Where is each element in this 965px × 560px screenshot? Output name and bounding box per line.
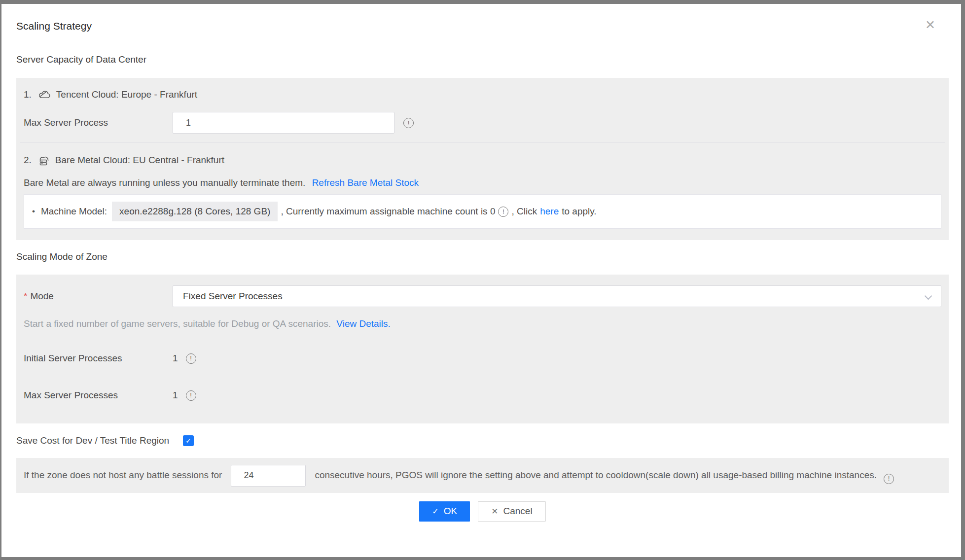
ok-button-label: OK <box>444 506 457 517</box>
mode-label: *Mode <box>24 291 173 302</box>
check-icon: ✓ <box>432 507 438 516</box>
dialog-footer: ✓ OK ✕ Cancel <box>16 501 949 522</box>
max-server-process-row: Max Server Process ! <box>24 112 941 134</box>
apply-here-link[interactable]: here <box>540 206 559 217</box>
save-cost-row: Save Cost for Dev / Test Title Region ✓ <box>16 434 949 448</box>
page-backdrop: { "colors": { "accent": "#1777fa", "back… <box>0 0 965 560</box>
max-processes-info-icon[interactable]: ! <box>186 390 196 401</box>
mode-selected-value: Fixed Server Processes <box>183 291 283 302</box>
bare-metal-cloud-icon <box>37 155 49 166</box>
cancel-button-label: Cancel <box>503 506 532 517</box>
machine-model-tag: xeon.e2288g.128 (8 Cores, 128 GB) <box>112 202 278 221</box>
bare-metal-header: 2. Bare Metal Cloud: EU Central - Frankf… <box>24 153 941 167</box>
max-process-info-icon[interactable]: ! <box>403 118 414 128</box>
x-icon: ✕ <box>491 506 498 517</box>
refresh-bare-metal-stock-link[interactable]: Refresh Bare Metal Stock <box>312 177 419 188</box>
max-server-processes-label: Max Server Processes <box>24 388 173 402</box>
mode-row: *Mode Fixed Server Processes <box>24 285 941 307</box>
machine-count-text: , Currently maximum assignable machine c… <box>281 206 495 217</box>
initial-processes-info-icon[interactable]: ! <box>186 353 196 364</box>
cooldown-text: If the zone does not host any battle ses… <box>24 464 941 487</box>
dialog-title: Scaling Strategy <box>16 20 949 33</box>
machine-model-box: • Machine Model: xeon.e2288g.128 (8 Core… <box>24 194 941 229</box>
mode-description-text: Start a fixed number of game servers, su… <box>24 318 331 329</box>
machine-model-label: Machine Model: <box>41 206 107 217</box>
cooldown-info-icon[interactable]: ! <box>884 474 894 484</box>
cooldown-suffix-text: consecutive hours, PGOS will ignore the … <box>315 470 877 480</box>
bare-metal-note-text: Bare Metal are always running unless you… <box>24 177 305 188</box>
cooldown-prefix-text: If the zone does not host any battle ses… <box>24 470 222 480</box>
initial-server-processes-row: Initial Server Processes 1 ! <box>24 351 941 365</box>
scaling-strategy-dialog: ✕ Scaling Strategy Server Capacity of Da… <box>1 4 961 557</box>
capacity-panel: 1. Tencent Cloud: Europe - Frankfurt Max… <box>16 78 949 240</box>
tencent-cloud-title: Tencent Cloud: Europe - Frankfurt <box>56 88 197 102</box>
max-server-processes-row: Max Server Processes 1 ! <box>24 388 941 402</box>
mode-label-text: Mode <box>30 291 54 301</box>
initial-server-processes-value: 1 <box>173 351 178 365</box>
tencent-cloud-index: 1. <box>24 88 32 102</box>
cooldown-panel: If the zone does not host any battle ses… <box>16 458 949 493</box>
ok-button[interactable]: ✓ OK <box>419 501 470 522</box>
required-asterisk: * <box>24 291 27 301</box>
initial-server-processes-label: Initial Server Processes <box>24 351 173 365</box>
scaling-mode-section-heading: Scaling Mode of Zone <box>16 250 949 263</box>
view-details-link[interactable]: View Details. <box>336 318 390 329</box>
bare-metal-index: 2. <box>24 153 32 167</box>
save-cost-label: Save Cost for Dev / Test Title Region <box>16 434 169 448</box>
machine-count-info-icon[interactable]: ! <box>498 207 508 217</box>
bullet-icon: • <box>32 207 35 216</box>
tencent-cloud-header: 1. Tencent Cloud: Europe - Frankfurt <box>24 88 941 102</box>
max-server-process-input[interactable] <box>173 112 394 134</box>
cancel-button[interactable]: ✕ Cancel <box>478 501 545 522</box>
mode-select[interactable]: Fixed Server Processes <box>173 285 941 307</box>
scaling-mode-panel: *Mode Fixed Server Processes Start a fix… <box>16 275 949 423</box>
click-text: , Click <box>511 206 537 217</box>
bare-metal-note: Bare Metal are always running unless you… <box>24 176 941 190</box>
cooldown-hours-input[interactable] <box>231 465 306 487</box>
apply-suffix-text: to apply. <box>562 206 596 217</box>
mode-description: Start a fixed number of game servers, su… <box>24 317 941 331</box>
dialog-content: Scaling Strategy Server Capacity of Data… <box>1 4 961 522</box>
bare-metal-title: Bare Metal Cloud: EU Central - Frankfurt <box>55 153 224 167</box>
divider <box>20 142 945 142</box>
chevron-down-icon <box>925 292 932 300</box>
capacity-section-heading: Server Capacity of Data Center <box>16 53 949 66</box>
save-cost-checkbox[interactable]: ✓ <box>183 435 194 446</box>
cloud-icon <box>37 90 50 100</box>
max-server-process-label: Max Server Process <box>24 117 173 128</box>
max-server-processes-value: 1 <box>173 388 178 402</box>
